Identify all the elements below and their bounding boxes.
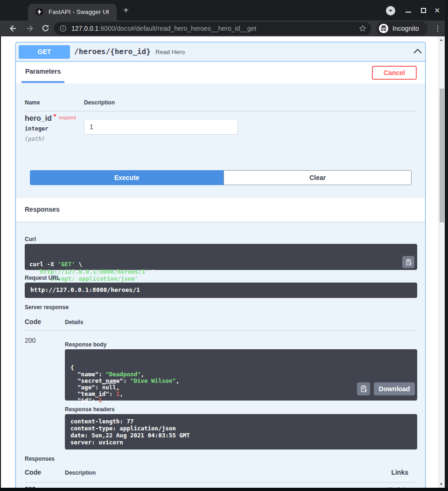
back-icon[interactable] bbox=[8, 24, 17, 33]
new-tab-button[interactable]: + bbox=[123, 5, 129, 16]
response-headers-label: Response headers bbox=[65, 406, 115, 413]
scroll-up-icon[interactable]: ▲ bbox=[438, 38, 445, 42]
copy-curl-button[interactable] bbox=[402, 256, 414, 268]
response-body-block: { "name": "Deadpond", "secret_name": "Di… bbox=[65, 349, 417, 401]
browser-tab[interactable]: FastAPI - Swagger UI × bbox=[28, 4, 117, 21]
window-close-button[interactable]: × bbox=[434, 5, 440, 15]
incognito-icon bbox=[378, 23, 389, 34]
parameters-section: Name Description hero_id * required inte… bbox=[16, 83, 425, 198]
incognito-badge: Incognito bbox=[376, 21, 427, 35]
download-button[interactable]: Download bbox=[374, 382, 415, 395]
method-badge: GET bbox=[19, 45, 70, 59]
execute-button[interactable]: Execute bbox=[30, 170, 224, 185]
param-type: integer bbox=[25, 125, 49, 132]
doc-code-header: Code bbox=[25, 469, 41, 476]
url-path: :8000/docs#/default/read_hero_heroes__he… bbox=[98, 25, 256, 32]
server-response-label: Server response bbox=[25, 304, 69, 311]
copy-response-button[interactable] bbox=[357, 382, 370, 395]
status-code: 200 bbox=[25, 337, 35, 344]
site-info-icon[interactable] bbox=[60, 25, 66, 32]
doc-description-header: Description bbox=[65, 470, 96, 476]
code-column-header: Code bbox=[25, 318, 41, 325]
active-tab-underline bbox=[21, 81, 64, 83]
required-label: required bbox=[59, 115, 76, 120]
parameters-tab-row: Parameters Cancel bbox=[16, 62, 425, 83]
window-frame bbox=[445, 0, 448, 491]
divider bbox=[25, 482, 417, 483]
fastapi-favicon-icon bbox=[35, 8, 43, 16]
responses-title: Responses bbox=[25, 206, 60, 213]
bookmark-star-icon[interactable] bbox=[359, 25, 366, 32]
maximize-icon bbox=[421, 8, 426, 13]
response-body-label: Response body bbox=[65, 341, 106, 348]
chevron-up-icon[interactable] bbox=[413, 48, 423, 55]
endpoint-path: /heroes/{hero_id} bbox=[74, 47, 151, 56]
address-bar[interactable]: 127.0.0.1:8000/docs#/default/read_hero_h… bbox=[54, 22, 371, 35]
param-name: hero_id bbox=[25, 114, 52, 123]
window-frame bbox=[0, 488, 448, 491]
opblock-header[interactable]: GET /heroes/{hero_id} Read Hero bbox=[16, 42, 425, 62]
curl-label: Curl bbox=[25, 236, 36, 242]
browser-titlebar: FastAPI - Swagger UI × + × bbox=[0, 0, 448, 21]
browser-update-icon[interactable] bbox=[386, 6, 395, 15]
incognito-label: Incognito bbox=[392, 25, 419, 32]
request-url-value: http://127.0.0.1:8000/heroes/1 bbox=[25, 283, 417, 298]
minimize-button[interactable] bbox=[406, 6, 412, 14]
cancel-button[interactable]: Cancel bbox=[372, 66, 417, 80]
column-header-name: Name bbox=[25, 99, 40, 106]
scrollbar-thumb[interactable] bbox=[440, 89, 444, 222]
window-frame bbox=[0, 36, 1, 488]
endpoint-summary: Read Hero bbox=[155, 48, 185, 55]
forward-icon[interactable] bbox=[26, 24, 35, 33]
responses-section-header: Responses bbox=[16, 198, 425, 221]
tab-close-icon[interactable]: × bbox=[105, 8, 109, 15]
tab-parameters[interactable]: Parameters bbox=[25, 68, 61, 75]
hero-id-input[interactable] bbox=[84, 119, 238, 135]
column-header-description: Description bbox=[84, 99, 115, 106]
browser-menu-icon[interactable]: ⋮ bbox=[434, 24, 441, 33]
response-headers-block: content-length: 77content-type: applicat… bbox=[65, 414, 417, 450]
reload-icon[interactable] bbox=[41, 24, 50, 33]
maximize-button[interactable] bbox=[421, 8, 427, 14]
browser-window: FastAPI - Swagger UI × + × 127.0.0.1:800… bbox=[0, 0, 448, 491]
request-url-label: Request URL bbox=[25, 275, 60, 281]
scroll-down-icon[interactable]: ▼ bbox=[438, 482, 445, 486]
doc-links-header: Links bbox=[322, 469, 408, 476]
clear-button[interactable]: Clear bbox=[224, 170, 412, 185]
minimize-icon bbox=[406, 12, 411, 13]
responses-section: Curl curl -X 'GET' \ 'http://127.0.0.1:8… bbox=[16, 221, 425, 488]
curl-command-block: curl -X 'GET' \ 'http://127.0.0.1:8000/h… bbox=[25, 244, 417, 270]
responses-doc-title: Responses bbox=[25, 456, 55, 462]
divider bbox=[25, 330, 417, 331]
url-text: 127.0.0.1:8000/docs#/default/read_hero_h… bbox=[71, 25, 256, 32]
divider bbox=[25, 111, 417, 111]
browser-toolbar: 127.0.0.1:8000/docs#/default/read_hero_h… bbox=[0, 21, 448, 36]
scrollbar[interactable]: ▲ ▼ bbox=[438, 36, 445, 488]
details-column-header: Details bbox=[65, 319, 83, 325]
curl-command: curl -X 'GET' \ 'http://127.0.0.1:8000/h… bbox=[29, 261, 413, 283]
opblock-get: GET /heroes/{hero_id} Read Hero Paramete… bbox=[15, 42, 426, 488]
url-host: 127.0.0.1 bbox=[71, 25, 98, 32]
required-star: * bbox=[54, 113, 56, 120]
swagger-page: GET /heroes/{hero_id} Read Hero Paramete… bbox=[1, 36, 438, 488]
param-location: (path) bbox=[25, 136, 45, 142]
tab-title: FastAPI - Swagger UI bbox=[49, 8, 109, 15]
